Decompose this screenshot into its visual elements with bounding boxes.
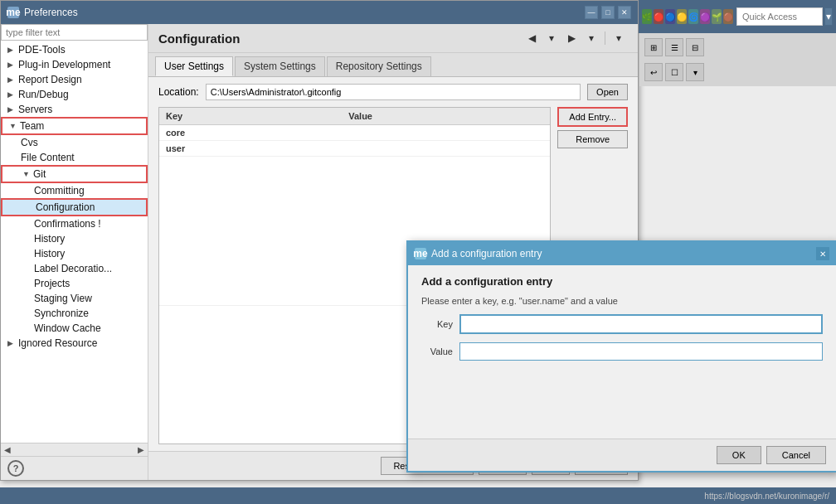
toolbar-icon-4[interactable]: ↩ [644,63,663,81]
expand-arrow: ▶ [7,105,16,114]
location-row: Location: Open [148,77,638,107]
navigation-toolbar: ◀ ▾ ▶ ▾ ▾ [522,29,628,47]
col-value: Value [342,108,550,125]
quick-access-button[interactable]: ▾ [824,7,833,26]
sidebar-item-confirmations[interactable]: Confirmations ! [1,216,148,231]
sidebar-item-configuration[interactable]: Configuration [1,198,148,216]
toolbar-icon-6[interactable]: ▾ [686,63,704,81]
sidebar-item-committing[interactable]: Committing [1,183,148,198]
tab-system-settings[interactable]: System Settings [235,56,325,76]
sidebar-item-plugin-dev[interactable]: ▶ Plug-in Development [1,57,148,72]
add-config-entry-dialog: me Add a configuration entry ✕ Add a con… [406,240,836,472]
panel-title: Configuration [158,32,240,46]
strip-icon-5[interactable]: 🌀 [688,9,698,24]
sidebar-item-report-design[interactable]: ▶ Report Design [1,72,148,87]
status-bar: https://blogsvdn.net/kuronimage/r/ [0,487,836,504]
forward-button[interactable]: ▶ [562,29,581,47]
open-button[interactable]: Open [587,84,628,100]
more-button[interactable]: ▾ [610,29,628,47]
sidebar-item-projects[interactable]: Projects [1,276,148,291]
table-row[interactable]: user [159,141,550,157]
toolbar-icon-5[interactable]: ☐ [665,63,683,81]
toolbar-icon-3[interactable]: ⊟ [686,38,704,56]
key-label: Key [421,319,453,329]
dialog-title-text: Add a configuration entry [431,248,542,259]
sidebar-item-label-decorations[interactable]: Label Decoratio... [1,261,148,276]
sidebar-item-run-debug[interactable]: ▶ Run/Debug [1,87,148,102]
table-row[interactable]: core [159,125,550,141]
sidebar-item-label: Projects [34,278,70,289]
key-input[interactable] [459,314,823,334]
qa-dropdown-icon: ▾ [826,11,831,22]
sidebar-item-cvs[interactable]: Cvs [1,135,148,150]
sidebar-item-label: History [34,248,65,259]
sidebar-item-label: Synchronize [34,308,89,319]
dialog-close-button[interactable]: ✕ [816,247,829,260]
key-field-row: Key [421,314,823,334]
icon-strip: 🌿 🔴 🔵 🟡 🌀 🟣 🌱 🟤 ▾ [639,0,836,33]
sidebar-item-pde-tools[interactable]: ▶ PDE-Tools [1,42,148,57]
dialog-cancel-button[interactable]: Cancel [766,446,826,464]
filter-input[interactable] [1,24,148,41]
minimize-button[interactable]: — [585,6,598,19]
back-icon: ◀ [528,32,536,44]
dialog-app-icon: me [415,248,426,259]
strip-icon-4[interactable]: 🟡 [677,9,687,24]
strip-icon-3[interactable]: 🔵 [665,9,675,24]
location-label: Location: [158,86,199,98]
strip-icon-2[interactable]: 🔴 [654,9,663,24]
sidebar-tree: ▶ PDE-Tools ▶ Plug-in Development ▶ Repo… [1,41,148,443]
toolbar-icon-2[interactable]: ☰ [665,38,683,56]
add-entry-button[interactable]: Add Entry... [557,107,628,127]
app-icon: me [7,7,19,18]
dropdown-icon: ▾ [589,32,594,44]
row-key: core [159,125,342,141]
tab-repository-settings[interactable]: Repository Settings [327,56,431,76]
maximize-button[interactable]: □ [601,6,615,19]
sidebar-scroll-controls: ◀ ▶ [1,443,148,456]
sidebar-item-staging-view[interactable]: Staging View [1,291,148,306]
strip-icon-6[interactable]: 🟣 [700,9,710,24]
scroll-left-arrow[interactable]: ◀ [4,445,11,454]
toolbar-icon-1[interactable]: ⊞ [644,38,663,56]
strip-icon-1[interactable]: 🌿 [642,9,652,24]
tab-user-settings[interactable]: User Settings [155,56,233,76]
dialog-heading: Add a configuration entry [421,275,823,288]
sidebar-item-date-format[interactable]: History [1,231,148,246]
tab-label: Repository Settings [336,61,422,72]
quick-access-wrap [736,7,823,26]
row-value [342,125,550,141]
sidebar-item-label: Window Cache [34,322,101,334]
sidebar-item-label: Run/Debug [18,89,69,100]
quick-access-input[interactable] [742,12,817,22]
strip-icon-7[interactable]: 🌱 [712,9,722,24]
sidebar-item-team[interactable]: ▼ Team [1,117,148,135]
sidebar-item-file-content[interactable]: File Content [1,150,148,165]
sidebar-item-servers[interactable]: ▶ Servers [1,102,148,117]
sidebar-item-window-cache[interactable]: Window Cache [1,321,148,336]
forward-dropdown[interactable]: ▾ [582,29,600,47]
strip-icon-8[interactable]: 🟤 [723,9,733,24]
remove-button[interactable]: Remove [557,130,628,148]
close-button[interactable]: ✕ [618,6,631,19]
value-label: Value [421,346,453,356]
row-key: user [159,141,342,157]
sidebar-item-label: History [34,233,65,245]
value-input[interactable] [459,342,823,361]
help-icon[interactable]: ? [7,460,24,477]
location-input[interactable] [206,84,581,100]
sidebar-item-git[interactable]: ▼ Git [1,165,148,183]
sidebar-item-ignored-resource[interactable]: ▶ Ignored Resource [1,336,148,351]
sidebar-item-label: Cvs [21,137,38,148]
scroll-right-arrow[interactable]: ▶ [138,445,144,454]
dialog-ok-button[interactable]: OK [717,446,761,464]
sidebar-item-synchronize[interactable]: Synchronize [1,306,148,321]
back-dropdown[interactable]: ▾ [542,29,561,47]
sidebar-item-history[interactable]: History [1,246,148,261]
sidebar-item-label: Servers [18,104,52,115]
right-toolbar-icons-2: ↩ ☐ ▾ [643,61,706,83]
sidebar-item-label: PDE-Tools [18,44,66,56]
row-value [342,141,550,157]
sidebar: ▶ PDE-Tools ▶ Plug-in Development ▶ Repo… [1,24,148,480]
back-button[interactable]: ◀ [522,29,541,47]
